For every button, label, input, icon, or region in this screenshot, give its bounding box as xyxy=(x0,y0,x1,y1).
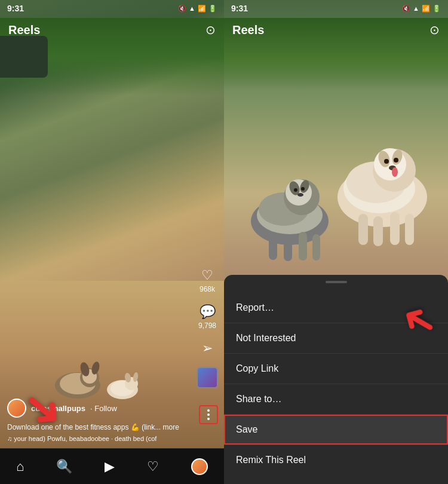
dot-2 xyxy=(207,413,210,416)
signal-icon-r: ▲ xyxy=(413,5,419,12)
header-left: Reels ⊙ xyxy=(0,17,224,43)
svg-point-19 xyxy=(301,187,305,191)
svg-point-20 xyxy=(297,193,303,197)
comment-count: 9,798 xyxy=(198,321,216,330)
dogs-right xyxy=(224,54,448,281)
wifi-icon-r: 📶 xyxy=(422,5,430,13)
action-icons-left: ♡ 968k 💬 9,798 ➢ xyxy=(197,268,218,388)
svg-rect-39 xyxy=(405,214,414,245)
nav-home[interactable]: ⌂ xyxy=(16,459,24,474)
sheet-item-remix[interactable]: Remix This Reel xyxy=(224,445,448,475)
mute-icon: 🔇 xyxy=(178,5,186,13)
comment-action[interactable]: 💬 9,798 xyxy=(198,304,216,330)
heart-icon: ♡ xyxy=(201,268,213,283)
status-bar-left: 9:31 🔇 ▲ 📶 🔋 xyxy=(0,0,224,17)
svg-rect-37 xyxy=(373,216,383,246)
status-icons-left: 🔇 ▲ 📶 🔋 xyxy=(178,5,217,13)
follow-button[interactable]: · Follow xyxy=(90,404,117,413)
svg-rect-38 xyxy=(390,212,400,245)
reels-title-right: Reels xyxy=(232,23,264,37)
svg-point-33 xyxy=(394,158,398,163)
more-options-button[interactable] xyxy=(199,405,218,424)
svg-rect-36 xyxy=(358,214,368,245)
bottom-nav: ⌂ 🔍 ▶ ♡ xyxy=(0,448,224,484)
share-icon: ➢ xyxy=(202,341,213,356)
wifi-icon: 📶 xyxy=(198,5,206,13)
svg-rect-22 xyxy=(284,236,292,261)
camera-icon-right[interactable]: ⊙ xyxy=(429,23,440,37)
left-panel: 9:31 🔇 ▲ 📶 🔋 Reels ⊙ ♡ 968k 💬 9,798 ➢ xyxy=(0,0,224,484)
sheet-item-share-to[interactable]: Share to… xyxy=(224,384,448,415)
nav-heart[interactable]: ♡ xyxy=(147,459,159,474)
sheet-handle xyxy=(326,281,347,283)
status-time-right: 9:31 xyxy=(231,4,248,13)
dot-3 xyxy=(207,418,210,420)
nav-reels[interactable]: ▶ xyxy=(105,459,115,474)
like-count: 968k xyxy=(200,285,215,293)
share-action[interactable]: ➢ xyxy=(202,341,213,356)
comment-icon: 💬 xyxy=(200,304,216,320)
status-icons-right: 🔇 ▲ 📶 🔋 xyxy=(402,5,441,13)
reels-title-left: Reels xyxy=(8,23,40,37)
camera-icon-left[interactable]: ⊙ xyxy=(205,23,216,37)
sheet-item-copy-link[interactable]: Copy Link xyxy=(224,354,448,384)
sheet-item-save[interactable]: Save xyxy=(224,415,448,445)
status-bar-right: 9:31 🔇 ▲ 📶 🔋 xyxy=(224,0,448,17)
header-right: Reels ⊙ xyxy=(224,17,448,43)
status-time-left: 9:31 xyxy=(7,4,24,13)
mute-icon-r: 🔇 xyxy=(402,5,410,13)
dot-1 xyxy=(207,409,210,412)
like-action[interactable]: ♡ 968k xyxy=(200,268,215,293)
svg-rect-23 xyxy=(299,232,307,261)
audio-thumbnail[interactable] xyxy=(197,367,218,388)
nav-profile[interactable] xyxy=(191,458,208,475)
svg-point-32 xyxy=(384,159,389,164)
nav-search[interactable]: 🔍 xyxy=(56,459,72,474)
right-panel: 9:31 🔇 ▲ 📶 🔋 Reels ⊙ ♡ Report… Not Inter… xyxy=(224,0,448,484)
signal-icon: ▲ xyxy=(189,5,195,12)
svg-rect-24 xyxy=(312,234,320,261)
svg-point-18 xyxy=(294,188,297,192)
battery-icon-r: 🔋 xyxy=(432,5,441,13)
svg-rect-21 xyxy=(269,233,277,260)
battery-icon: 🔋 xyxy=(208,5,217,13)
svg-point-35 xyxy=(392,167,398,177)
